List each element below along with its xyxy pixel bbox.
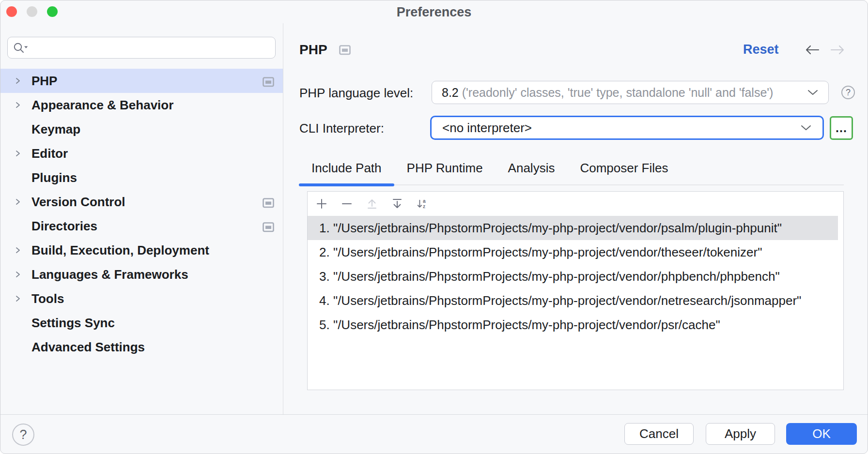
page-title: PHP xyxy=(299,42,327,58)
chevron-right-icon[interactable] xyxy=(14,150,31,157)
sidebar-item-appearance-behavior[interactable]: Appearance & Behavior xyxy=(0,93,283,117)
sidebar-item-version-control[interactable]: Version Control xyxy=(0,190,283,214)
sidebar-item-label: Directories xyxy=(31,219,97,234)
settings-tree: PHP Appearance & Behavior Keymap Editor … xyxy=(0,69,283,359)
sidebar-item-build-execution-deployment[interactable]: Build, Execution, Deployment xyxy=(0,238,283,262)
include-path-panel: a z 1. "/Users/jetbrains/PhpstormProject… xyxy=(307,191,844,390)
cancel-button[interactable]: Cancel xyxy=(624,423,694,445)
include-path-toolbar: a z xyxy=(308,192,843,216)
tab-analysis[interactable]: Analysis xyxy=(496,151,568,184)
help-icon[interactable]: ? xyxy=(841,86,855,99)
tab-php-runtime[interactable]: PHP Runtime xyxy=(394,151,496,184)
sidebar-item-label: Keymap xyxy=(31,122,80,137)
svg-text:a: a xyxy=(423,198,426,204)
sidebar-item-label: Plugins xyxy=(31,170,77,185)
include-path-row[interactable]: 4. "/Users/jetbrains/PhpstormProjects/my… xyxy=(308,288,843,313)
browse-interpreters-button[interactable]: ... xyxy=(830,116,853,140)
sidebar-item-label: Version Control xyxy=(31,195,125,210)
include-path-row[interactable]: 1. "/Users/jetbrains/PhpstormProjects/my… xyxy=(308,216,838,240)
sidebar-item-tools[interactable]: Tools xyxy=(0,287,283,311)
sidebar-item-label: Appearance & Behavior xyxy=(31,98,173,113)
chevron-right-icon[interactable] xyxy=(14,295,31,303)
sidebar-item-label: Advanced Settings xyxy=(31,340,145,355)
question-mark-icon: ? xyxy=(19,427,27,442)
help-button[interactable]: ? xyxy=(12,424,34,446)
sidebar-item-label: PHP xyxy=(31,74,57,89)
remove-icon[interactable] xyxy=(341,197,353,210)
footer-divider xyxy=(0,414,868,415)
cli-interpreter-select[interactable]: <no interpreter> xyxy=(430,116,824,140)
screen-icon xyxy=(263,221,274,236)
ok-button[interactable]: OK xyxy=(786,423,857,445)
preferences-dialog: Preferences PHP Appearance & Behavior Ke… xyxy=(0,0,868,454)
apply-button[interactable]: Apply xyxy=(706,423,775,445)
sidebar-item-plugins[interactable]: Plugins xyxy=(0,166,283,190)
sidebar-item-php[interactable]: PHP xyxy=(0,69,283,93)
sidebar-item-advanced-settings[interactable]: Advanced Settings xyxy=(0,335,283,359)
screen-icon xyxy=(263,197,274,212)
window-title: Preferences xyxy=(0,0,868,23)
sidebar-item-label: Languages & Frameworks xyxy=(31,267,188,282)
language-level-label: PHP language level: xyxy=(299,86,413,101)
sidebar-item-languages-frameworks[interactable]: Languages & Frameworks xyxy=(0,262,283,287)
cli-interpreter-value: <no interpreter> xyxy=(442,121,532,136)
chevron-down-icon xyxy=(807,89,819,96)
language-level-version: 8.2 xyxy=(442,86,459,100)
include-path-row[interactable]: 3. "/Users/jetbrains/PhpstormProjects/my… xyxy=(308,264,843,288)
sidebar-divider xyxy=(283,23,283,414)
sidebar-item-label: Settings Sync xyxy=(31,316,115,331)
include-path-row[interactable]: 2. "/Users/jetbrains/PhpstormProjects/my… xyxy=(308,240,843,264)
tab-composer-files[interactable]: Composer Files xyxy=(567,151,681,184)
include-path-list: 1. "/Users/jetbrains/PhpstormProjects/my… xyxy=(308,216,843,337)
sidebar-item-editor[interactable]: Editor xyxy=(0,141,283,166)
language-level-select[interactable]: 8.2 ('readonly' classes, 'true' type, st… xyxy=(432,81,829,104)
screen-icon xyxy=(339,45,351,55)
include-path-row[interactable]: 5. "/Users/jetbrains/PhpstormProjects/my… xyxy=(308,313,843,337)
sidebar-item-label: Editor xyxy=(31,146,68,161)
titlebar: Preferences xyxy=(0,0,868,23)
chevron-right-icon[interactable] xyxy=(14,198,31,206)
move-down-icon[interactable] xyxy=(391,197,403,210)
language-level-description: ('readonly' classes, 'true' type, standa… xyxy=(459,86,807,100)
forward-arrow-icon[interactable] xyxy=(829,44,846,56)
reset-link[interactable]: Reset xyxy=(743,42,779,57)
back-arrow-icon[interactable] xyxy=(804,44,821,56)
svg-text:z: z xyxy=(423,204,425,209)
cli-interpreter-label: CLI Interpreter: xyxy=(299,121,384,136)
chevron-right-icon[interactable] xyxy=(14,246,31,254)
chevron-right-icon[interactable] xyxy=(14,271,31,278)
sidebar-item-settings-sync[interactable]: Settings Sync xyxy=(0,311,283,335)
chevron-down-icon xyxy=(800,124,812,131)
sidebar-item-directories[interactable]: Directories xyxy=(0,214,283,238)
php-settings-tabs: Include Path PHP Runtime Analysis Compos… xyxy=(299,151,844,185)
screen-icon xyxy=(263,76,274,91)
chevron-right-icon[interactable] xyxy=(14,77,31,85)
add-icon[interactable] xyxy=(315,197,328,210)
sidebar-item-label: Tools xyxy=(31,291,64,306)
settings-search-input[interactable] xyxy=(29,41,270,55)
search-icon[interactable] xyxy=(13,41,29,55)
tab-include-path[interactable]: Include Path xyxy=(299,151,394,184)
sidebar-item-label: Build, Execution, Deployment xyxy=(31,243,209,258)
sort-alphabetically-icon[interactable]: a z xyxy=(416,197,429,210)
move-up-icon[interactable] xyxy=(366,197,378,210)
settings-search-box[interactable] xyxy=(7,37,276,59)
chevron-right-icon[interactable] xyxy=(14,101,31,109)
sidebar-item-keymap[interactable]: Keymap xyxy=(0,117,283,141)
